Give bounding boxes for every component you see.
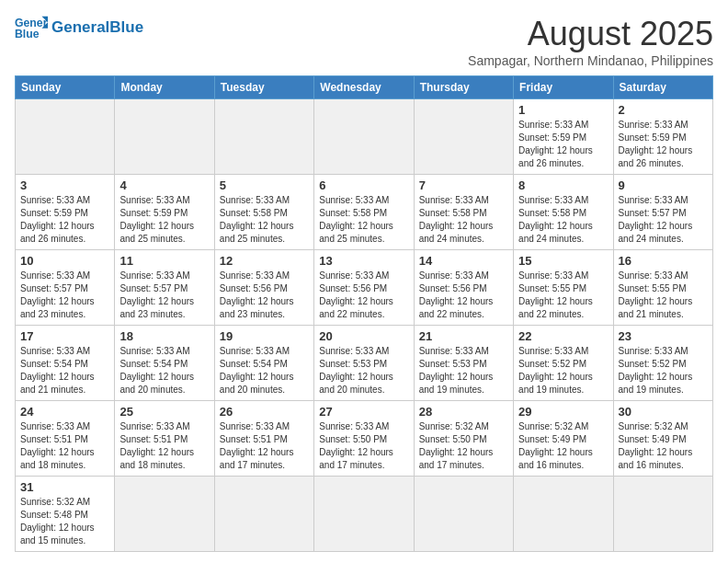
day-number: 30 [619, 405, 708, 419]
calendar-day-cell: 9Sunrise: 5:33 AM Sunset: 5:57 PM Daylig… [613, 175, 712, 250]
day-info: Sunrise: 5:33 AM Sunset: 5:51 PM Dayligh… [220, 420, 309, 472]
day-info: Sunrise: 5:33 AM Sunset: 5:51 PM Dayligh… [20, 420, 109, 472]
page-header: General Blue GeneralBlue August 2025 Sam… [15, 15, 713, 68]
calendar-day-cell [16, 99, 115, 175]
day-info: Sunrise: 5:33 AM Sunset: 5:59 PM Dayligh… [20, 194, 109, 246]
calendar-day-cell: 26Sunrise: 5:33 AM Sunset: 5:51 PM Dayli… [214, 401, 313, 477]
calendar-day-cell: 30Sunrise: 5:32 AM Sunset: 5:49 PM Dayli… [613, 401, 712, 477]
svg-text:Blue: Blue [15, 28, 40, 40]
weekday-header-wednesday: Wednesday [314, 76, 414, 99]
day-info: Sunrise: 5:33 AM Sunset: 5:57 PM Dayligh… [20, 270, 109, 321]
calendar-day-cell [214, 477, 313, 552]
calendar-week-row: 1Sunrise: 5:33 AM Sunset: 5:59 PM Daylig… [16, 99, 713, 175]
logo-area: General Blue GeneralBlue [15, 15, 143, 40]
calendar-day-cell [314, 99, 414, 175]
day-info: Sunrise: 5:33 AM Sunset: 5:53 PM Dayligh… [419, 345, 508, 396]
calendar-day-cell [314, 477, 414, 552]
day-info: Sunrise: 5:33 AM Sunset: 5:55 PM Dayligh… [619, 270, 708, 321]
title-area: August 2025 Sampagar, Northern Mindanao,… [468, 15, 713, 68]
day-info: Sunrise: 5:32 AM Sunset: 5:49 PM Dayligh… [518, 420, 608, 472]
calendar-day-cell: 17Sunrise: 5:33 AM Sunset: 5:54 PM Dayli… [16, 326, 115, 401]
calendar-day-cell: 20Sunrise: 5:33 AM Sunset: 5:53 PM Dayli… [314, 326, 414, 401]
day-info: Sunrise: 5:33 AM Sunset: 5:59 PM Dayligh… [619, 119, 708, 170]
day-number: 6 [319, 178, 408, 192]
calendar-day-cell: 19Sunrise: 5:33 AM Sunset: 5:54 PM Dayli… [214, 326, 313, 401]
day-number: 17 [20, 329, 109, 343]
day-number: 19 [220, 329, 309, 343]
day-number: 10 [20, 254, 109, 268]
calendar-day-cell: 31Sunrise: 5:32 AM Sunset: 5:48 PM Dayli… [16, 477, 115, 552]
month-title: August 2025 [468, 15, 713, 53]
calendar-week-row: 31Sunrise: 5:32 AM Sunset: 5:48 PM Dayli… [16, 477, 713, 552]
calendar-day-cell: 2Sunrise: 5:33 AM Sunset: 5:59 PM Daylig… [613, 99, 712, 175]
day-info: Sunrise: 5:33 AM Sunset: 5:52 PM Dayligh… [619, 345, 708, 396]
day-info: Sunrise: 5:33 AM Sunset: 5:58 PM Dayligh… [220, 194, 309, 246]
calendar-day-cell [414, 99, 513, 175]
calendar-day-cell: 8Sunrise: 5:33 AM Sunset: 5:58 PM Daylig… [514, 175, 613, 250]
day-number: 8 [518, 178, 608, 192]
calendar-day-cell: 1Sunrise: 5:33 AM Sunset: 5:59 PM Daylig… [514, 99, 613, 175]
day-number: 21 [419, 329, 508, 343]
location-subtitle: Sampagar, Northern Mindanao, Philippines [468, 53, 713, 68]
day-info: Sunrise: 5:33 AM Sunset: 5:56 PM Dayligh… [419, 270, 508, 321]
day-number: 9 [619, 178, 708, 192]
calendar-day-cell: 22Sunrise: 5:33 AM Sunset: 5:52 PM Dayli… [514, 326, 613, 401]
day-number: 18 [119, 329, 209, 343]
day-number: 31 [20, 480, 109, 494]
day-number: 7 [419, 178, 508, 192]
day-number: 24 [20, 405, 109, 419]
day-info: Sunrise: 5:32 AM Sunset: 5:49 PM Dayligh… [619, 420, 708, 472]
day-info: Sunrise: 5:33 AM Sunset: 5:59 PM Dayligh… [119, 194, 209, 246]
calendar-day-cell [514, 477, 613, 552]
calendar-day-cell: 16Sunrise: 5:33 AM Sunset: 5:55 PM Dayli… [613, 250, 712, 326]
day-number: 12 [220, 254, 309, 268]
calendar-day-cell: 3Sunrise: 5:33 AM Sunset: 5:59 PM Daylig… [16, 175, 115, 250]
day-number: 25 [119, 405, 209, 419]
day-number: 13 [319, 254, 408, 268]
day-info: Sunrise: 5:33 AM Sunset: 5:59 PM Dayligh… [518, 119, 608, 170]
calendar-table: SundayMondayTuesdayWednesdayThursdayFrid… [15, 75, 713, 552]
calendar-day-cell: 23Sunrise: 5:33 AM Sunset: 5:52 PM Dayli… [613, 326, 712, 401]
day-info: Sunrise: 5:33 AM Sunset: 5:58 PM Dayligh… [319, 194, 408, 246]
weekday-header-thursday: Thursday [414, 76, 513, 99]
day-info: Sunrise: 5:33 AM Sunset: 5:54 PM Dayligh… [20, 345, 109, 396]
day-info: Sunrise: 5:33 AM Sunset: 5:52 PM Dayligh… [518, 345, 608, 396]
calendar-day-cell: 10Sunrise: 5:33 AM Sunset: 5:57 PM Dayli… [16, 250, 115, 326]
logo-blue: Blue [109, 18, 143, 36]
day-number: 14 [419, 254, 508, 268]
calendar-day-cell [115, 477, 214, 552]
calendar-day-cell: 29Sunrise: 5:32 AM Sunset: 5:49 PM Dayli… [514, 401, 613, 477]
day-info: Sunrise: 5:33 AM Sunset: 5:51 PM Dayligh… [119, 420, 209, 472]
calendar-day-cell: 11Sunrise: 5:33 AM Sunset: 5:57 PM Dayli… [115, 250, 214, 326]
day-info: Sunrise: 5:32 AM Sunset: 5:50 PM Dayligh… [419, 420, 508, 472]
calendar-day-cell [414, 477, 513, 552]
day-info: Sunrise: 5:33 AM Sunset: 5:56 PM Dayligh… [220, 270, 309, 321]
day-number: 15 [518, 254, 608, 268]
calendar-week-row: 10Sunrise: 5:33 AM Sunset: 5:57 PM Dayli… [16, 250, 713, 326]
calendar-day-cell: 4Sunrise: 5:33 AM Sunset: 5:59 PM Daylig… [115, 175, 214, 250]
day-info: Sunrise: 5:33 AM Sunset: 5:57 PM Dayligh… [619, 194, 708, 246]
calendar-day-cell: 28Sunrise: 5:32 AM Sunset: 5:50 PM Dayli… [414, 401, 513, 477]
day-number: 20 [319, 329, 408, 343]
day-info: Sunrise: 5:33 AM Sunset: 5:53 PM Dayligh… [319, 345, 408, 396]
day-number: 4 [119, 178, 209, 192]
day-number: 2 [619, 103, 708, 117]
calendar-day-cell: 15Sunrise: 5:33 AM Sunset: 5:55 PM Dayli… [514, 250, 613, 326]
calendar-header-row: SundayMondayTuesdayWednesdayThursdayFrid… [16, 76, 713, 99]
calendar-day-cell: 27Sunrise: 5:33 AM Sunset: 5:50 PM Dayli… [314, 401, 414, 477]
weekday-header-monday: Monday [115, 76, 214, 99]
day-info: Sunrise: 5:33 AM Sunset: 5:58 PM Dayligh… [419, 194, 508, 246]
day-number: 16 [619, 254, 708, 268]
logo-general: General [51, 18, 109, 36]
day-number: 1 [518, 103, 608, 117]
day-number: 5 [220, 178, 309, 192]
calendar-day-cell: 13Sunrise: 5:33 AM Sunset: 5:56 PM Dayli… [314, 250, 414, 326]
calendar-week-row: 24Sunrise: 5:33 AM Sunset: 5:51 PM Dayli… [16, 401, 713, 477]
calendar-day-cell: 7Sunrise: 5:33 AM Sunset: 5:58 PM Daylig… [414, 175, 513, 250]
day-info: Sunrise: 5:33 AM Sunset: 5:57 PM Dayligh… [119, 270, 209, 321]
weekday-header-friday: Friday [514, 76, 613, 99]
day-info: Sunrise: 5:33 AM Sunset: 5:56 PM Dayligh… [319, 270, 408, 321]
day-info: Sunrise: 5:33 AM Sunset: 5:58 PM Dayligh… [518, 194, 608, 246]
weekday-header-tuesday: Tuesday [214, 76, 313, 99]
calendar-week-row: 17Sunrise: 5:33 AM Sunset: 5:54 PM Dayli… [16, 326, 713, 401]
